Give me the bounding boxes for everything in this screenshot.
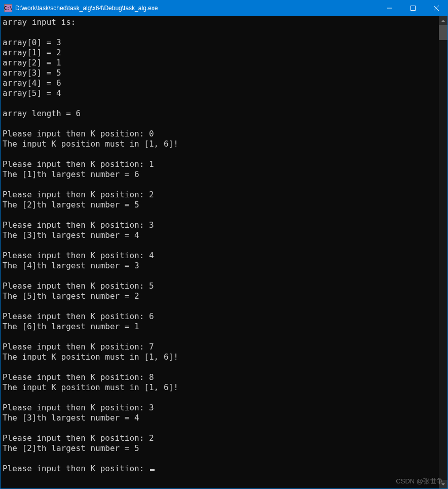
scrollbar-track[interactable] — [439, 25, 447, 480]
cursor — [150, 469, 155, 471]
console-line: The [3]th largest number = 4 — [3, 413, 139, 423]
svg-marker-4 — [441, 20, 445, 22]
maximize-icon — [410, 6, 416, 11]
console-line: Please input then K position: 7 — [3, 342, 154, 352]
app-icon: C:\ — [4, 4, 12, 12]
titlebar[interactable]: C:\ D:\work\task\sched\task_alg\x64\Debu… — [0, 0, 448, 16]
console-line: Please input then K position: 2 — [3, 190, 154, 199]
console-line: The input K position must in [1, 6]! — [3, 139, 178, 149]
minimize-icon — [387, 6, 392, 11]
console-line: Please input then K position: 1 — [3, 159, 154, 169]
console-line: Please input then K position: — [3, 464, 149, 473]
console-line: The [2]th largest number = 5 — [3, 443, 139, 453]
console-line: array[4] = 6 — [3, 78, 61, 88]
chevron-up-icon — [441, 20, 445, 22]
console-line: The [4]th largest number = 3 — [3, 261, 139, 270]
console-line: The [1]th largest number = 6 — [3, 169, 139, 179]
console-line: Please input then K position: 3 — [3, 220, 154, 230]
console-line: Please input then K position: 8 — [3, 372, 154, 382]
minimize-button[interactable] — [378, 0, 401, 16]
console-line: array[3] = 5 — [3, 68, 61, 78]
console-window: C:\ D:\work\task\sched\task_alg\x64\Debu… — [0, 0, 448, 489]
console-line: Please input then K position: 3 — [3, 403, 154, 412]
window-title: D:\work\task\sched\task_alg\x64\Debug\ta… — [15, 5, 378, 12]
console-line: The [3]th largest number = 4 — [3, 230, 139, 240]
window-controls — [378, 0, 448, 16]
svg-rect-1 — [411, 6, 416, 11]
console-line: array input is: — [3, 17, 76, 27]
console-line: The input K position must in [1, 6]! — [3, 352, 178, 362]
console-line: array[0] = 3 — [3, 38, 61, 47]
close-icon — [434, 6, 439, 11]
maximize-button[interactable] — [401, 0, 425, 16]
console-line: Please input then K position: 5 — [3, 281, 154, 291]
console-line: The [5]th largest number = 2 — [3, 291, 139, 301]
console-line: array length = 6 — [3, 109, 81, 118]
console-line: The [2]th largest number = 5 — [3, 200, 139, 209]
scrollbar-thumb[interactable] — [439, 25, 447, 40]
console-line: Please input then K position: 6 — [3, 311, 154, 321]
console-line: The [6]th largest number = 1 — [3, 322, 139, 331]
close-button[interactable] — [425, 0, 448, 16]
console-line: Please input then K position: 2 — [3, 433, 154, 443]
console-line: Please input then K position: 4 — [3, 251, 154, 260]
console-area: array input is: array[0] = 3 array[1] = … — [0, 16, 448, 489]
console-output[interactable]: array input is: array[0] = 3 array[1] = … — [1, 16, 439, 488]
console-line: Please input then K position: 0 — [3, 129, 154, 138]
console-line: array[5] = 4 — [3, 88, 61, 98]
watermark: CSDN @张世争 — [396, 477, 443, 486]
console-line: array[2] = 1 — [3, 58, 61, 67]
vertical-scrollbar[interactable] — [439, 16, 447, 488]
scroll-up-button[interactable] — [439, 16, 447, 25]
console-line: The input K position must in [1, 6]! — [3, 382, 178, 392]
console-line: array[1] = 2 — [3, 48, 61, 57]
